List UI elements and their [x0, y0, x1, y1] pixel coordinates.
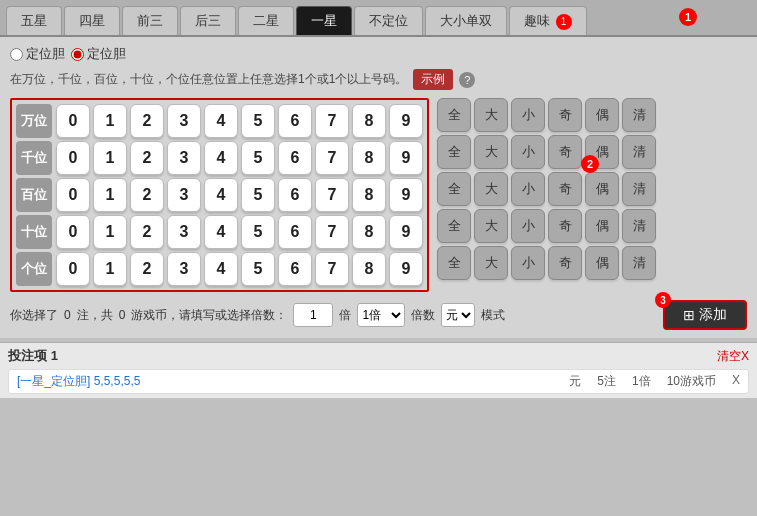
- baiwei-7[interactable]: 7: [315, 178, 349, 212]
- baiwei-4[interactable]: 4: [204, 178, 238, 212]
- add-button[interactable]: ⊞ 添加: [663, 300, 747, 330]
- gewei-3[interactable]: 3: [167, 252, 201, 286]
- wanwei-7[interactable]: 7: [315, 104, 349, 138]
- quick-big-4[interactable]: 大: [474, 209, 508, 243]
- qianwei-0[interactable]: 0: [56, 141, 90, 175]
- baiwei-3[interactable]: 3: [167, 178, 201, 212]
- qianwei-1[interactable]: 1: [93, 141, 127, 175]
- add-icon: ⊞: [683, 307, 695, 323]
- wanwei-2[interactable]: 2: [130, 104, 164, 138]
- tab-bigsmall[interactable]: 大小单双: [425, 6, 507, 35]
- tab-5star[interactable]: 五星: [6, 6, 62, 35]
- shiwei-9[interactable]: 9: [389, 215, 423, 249]
- quick-all-1[interactable]: 全: [437, 98, 471, 132]
- quick-big-2[interactable]: 大: [474, 135, 508, 169]
- bet-list-title: 投注项 1: [8, 347, 58, 365]
- baiwei-5[interactable]: 5: [241, 178, 275, 212]
- wanwei-5[interactable]: 5: [241, 104, 275, 138]
- clear-button[interactable]: 清空X: [717, 348, 749, 365]
- tab-front3[interactable]: 前三: [122, 6, 178, 35]
- quick-clear-3[interactable]: 清: [622, 172, 656, 206]
- quick-odd-2[interactable]: 奇: [548, 135, 582, 169]
- qianwei-4[interactable]: 4: [204, 141, 238, 175]
- quick-clear-2[interactable]: 清: [622, 135, 656, 169]
- radio-dingweidan2[interactable]: 定位胆: [71, 45, 126, 63]
- quick-big-5[interactable]: 大: [474, 246, 508, 280]
- quick-even-1[interactable]: 偶: [585, 98, 619, 132]
- quick-clear-1[interactable]: 清: [622, 98, 656, 132]
- wanwei-4[interactable]: 4: [204, 104, 238, 138]
- shiwei-6[interactable]: 6: [278, 215, 312, 249]
- wanwei-3[interactable]: 3: [167, 104, 201, 138]
- quick-clear-4[interactable]: 清: [622, 209, 656, 243]
- quick-even-3[interactable]: 偶: [585, 172, 619, 206]
- quick-big-3[interactable]: 大: [474, 172, 508, 206]
- wanwei-6[interactable]: 6: [278, 104, 312, 138]
- baiwei-8[interactable]: 8: [352, 178, 386, 212]
- qianwei-3[interactable]: 3: [167, 141, 201, 175]
- qianwei-6[interactable]: 6: [278, 141, 312, 175]
- shiwei-3[interactable]: 3: [167, 215, 201, 249]
- bet-item-remove[interactable]: X: [732, 373, 740, 390]
- gewei-9[interactable]: 9: [389, 252, 423, 286]
- shiwei-4[interactable]: 4: [204, 215, 238, 249]
- quick-even-4[interactable]: 偶: [585, 209, 619, 243]
- radio-dingweidan[interactable]: 定位胆: [10, 45, 65, 63]
- gewei-1[interactable]: 1: [93, 252, 127, 286]
- gewei-8[interactable]: 8: [352, 252, 386, 286]
- qianwei-2[interactable]: 2: [130, 141, 164, 175]
- qianwei-5[interactable]: 5: [241, 141, 275, 175]
- tab-2star[interactable]: 二星: [238, 6, 294, 35]
- tab-1star[interactable]: 一星: [296, 6, 352, 35]
- quick-small-1[interactable]: 小: [511, 98, 545, 132]
- shiwei-7[interactable]: 7: [315, 215, 349, 249]
- tab-back3[interactable]: 后三: [180, 6, 236, 35]
- quick-odd-1[interactable]: 奇: [548, 98, 582, 132]
- baiwei-2[interactable]: 2: [130, 178, 164, 212]
- quick-clear-5[interactable]: 清: [622, 246, 656, 280]
- gewei-7[interactable]: 7: [315, 252, 349, 286]
- quick-odd-3[interactable]: 奇: [548, 172, 582, 206]
- gewei-5[interactable]: 5: [241, 252, 275, 286]
- quick-small-3[interactable]: 小: [511, 172, 545, 206]
- shiwei-5[interactable]: 5: [241, 215, 275, 249]
- shiwei-2[interactable]: 2: [130, 215, 164, 249]
- tab-4star[interactable]: 四星: [64, 6, 120, 35]
- quick-odd-5[interactable]: 奇: [548, 246, 582, 280]
- baiwei-1[interactable]: 1: [93, 178, 127, 212]
- wanwei-8[interactable]: 8: [352, 104, 386, 138]
- baiwei-0[interactable]: 0: [56, 178, 90, 212]
- quick-all-2[interactable]: 全: [437, 135, 471, 169]
- help-icon[interactable]: ?: [459, 72, 475, 88]
- multiplier-select[interactable]: 1倍 2倍 5倍 10倍: [357, 303, 405, 327]
- quick-even-5[interactable]: 偶: [585, 246, 619, 280]
- gewei-6[interactable]: 6: [278, 252, 312, 286]
- quick-all-5[interactable]: 全: [437, 246, 471, 280]
- example-button[interactable]: 示例: [413, 69, 453, 90]
- baiwei-9[interactable]: 9: [389, 178, 423, 212]
- qianwei-7[interactable]: 7: [315, 141, 349, 175]
- quick-all-4[interactable]: 全: [437, 209, 471, 243]
- quick-small-2[interactable]: 小: [511, 135, 545, 169]
- baiwei-6[interactable]: 6: [278, 178, 312, 212]
- shiwei-8[interactable]: 8: [352, 215, 386, 249]
- tab-fun[interactable]: 趣味 1: [509, 6, 587, 35]
- gewei-2[interactable]: 2: [130, 252, 164, 286]
- quick-all-3[interactable]: 全: [437, 172, 471, 206]
- wanwei-1[interactable]: 1: [93, 104, 127, 138]
- quick-big-1[interactable]: 大: [474, 98, 508, 132]
- quick-small-4[interactable]: 小: [511, 209, 545, 243]
- qianwei-8[interactable]: 8: [352, 141, 386, 175]
- multiplier-input[interactable]: [293, 303, 333, 327]
- shiwei-1[interactable]: 1: [93, 215, 127, 249]
- quick-odd-4[interactable]: 奇: [548, 209, 582, 243]
- qianwei-9[interactable]: 9: [389, 141, 423, 175]
- wanwei-9[interactable]: 9: [389, 104, 423, 138]
- quick-small-5[interactable]: 小: [511, 246, 545, 280]
- shiwei-0[interactable]: 0: [56, 215, 90, 249]
- gewei-0[interactable]: 0: [56, 252, 90, 286]
- wanwei-0[interactable]: 0: [56, 104, 90, 138]
- gewei-4[interactable]: 4: [204, 252, 238, 286]
- unit-select[interactable]: 元 角: [441, 303, 475, 327]
- tab-notfixed[interactable]: 不定位: [354, 6, 423, 35]
